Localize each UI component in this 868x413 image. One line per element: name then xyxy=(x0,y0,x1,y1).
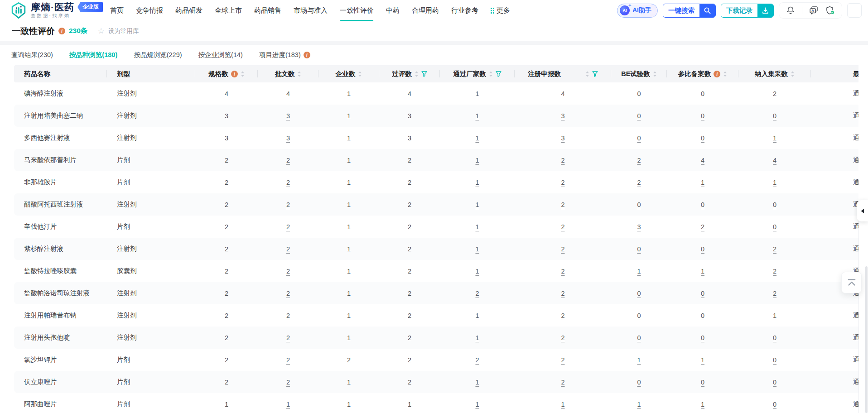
column-header-8[interactable]: BE试验数 xyxy=(611,65,667,82)
nav-item-6[interactable]: 一致性评价 xyxy=(340,0,374,21)
tab-1[interactable]: 按品种浏览(180) xyxy=(69,51,117,59)
filter-icon[interactable] xyxy=(496,71,502,77)
sort-icon[interactable] xyxy=(358,71,362,77)
count-link[interactable]: 0 xyxy=(637,334,641,341)
info-icon[interactable]: i xyxy=(231,71,238,77)
nav-item-7[interactable]: 中药 xyxy=(386,0,400,21)
count-link[interactable]: 2 xyxy=(637,179,641,186)
nav-item-8[interactable]: 合理用药 xyxy=(412,0,439,21)
brand[interactable]: 摩熵·医药 企业版 查数据·找摩熵 xyxy=(10,2,103,19)
count-link[interactable]: 0 xyxy=(773,201,776,208)
count-link[interactable]: 4 xyxy=(561,90,564,97)
sort-icon[interactable] xyxy=(653,71,657,77)
title-info-icon[interactable]: i xyxy=(58,28,65,34)
count-link[interactable]: 1 xyxy=(475,268,479,275)
tab-4[interactable]: 项目进度(183)i xyxy=(259,51,310,59)
count-link[interactable]: 0 xyxy=(637,112,641,120)
count-link[interactable]: 0 xyxy=(773,356,776,364)
count-link[interactable]: 0 xyxy=(773,401,776,408)
download-icon[interactable] xyxy=(757,4,773,17)
count-link[interactable]: 2 xyxy=(561,290,564,297)
count-link[interactable]: 0 xyxy=(701,290,704,297)
count-link[interactable]: 1 xyxy=(475,201,479,208)
count-link[interactable]: 0 xyxy=(637,290,641,297)
translate-chat-icon[interactable]: A xyxy=(809,6,819,15)
favorite-star-icon[interactable]: ☆ xyxy=(97,27,104,35)
nav-item-1[interactable]: 竞争情报 xyxy=(136,0,163,21)
column-header-2[interactable]: 规格数i xyxy=(195,65,258,82)
count-link[interactable]: 0 xyxy=(701,90,704,97)
tab-3[interactable]: 按企业浏览(14) xyxy=(198,51,243,59)
sort-icon[interactable] xyxy=(791,71,795,77)
security-shield-icon[interactable] xyxy=(825,6,835,15)
notification-bell-icon[interactable] xyxy=(786,6,795,15)
scrollbar-thumb[interactable] xyxy=(865,266,868,413)
sort-icon[interactable] xyxy=(415,71,419,77)
count-link[interactable]: 3 xyxy=(286,112,290,120)
count-link[interactable]: 1 xyxy=(286,401,290,408)
count-link[interactable]: 2 xyxy=(561,179,564,186)
count-link[interactable]: 0 xyxy=(701,312,704,319)
sort-icon[interactable] xyxy=(489,71,493,77)
column-header-5[interactable]: 过评数 xyxy=(379,65,440,82)
tab-2[interactable]: 按品规浏览(229) xyxy=(134,51,182,59)
count-link[interactable]: 1 xyxy=(475,179,479,186)
panel-collapse-handle[interactable] xyxy=(857,200,868,221)
count-link[interactable]: 2 xyxy=(561,223,564,231)
count-link[interactable]: 2 xyxy=(286,179,290,186)
count-link[interactable]: 0 xyxy=(637,201,641,208)
count-link[interactable]: 1 xyxy=(475,223,479,231)
count-link[interactable]: 1 xyxy=(701,401,704,408)
count-link[interactable]: 0 xyxy=(701,379,704,386)
nav-item-5[interactable]: 市场与准入 xyxy=(294,0,328,21)
count-link[interactable]: 3 xyxy=(286,134,290,142)
count-link[interactable]: 2 xyxy=(561,356,564,364)
column-header-4[interactable]: 企业数 xyxy=(318,65,379,82)
count-link[interactable]: 1 xyxy=(475,401,479,408)
sort-icon[interactable] xyxy=(723,71,727,77)
count-link[interactable]: 2 xyxy=(773,268,776,275)
count-link[interactable]: 2 xyxy=(286,356,290,364)
set-favorite-label[interactable]: 设为常用库 xyxy=(108,27,139,35)
count-link[interactable]: 2 xyxy=(286,312,290,319)
count-link[interactable]: 1 xyxy=(773,134,776,142)
count-link[interactable]: 1 xyxy=(475,90,479,97)
count-link[interactable]: 2 xyxy=(561,379,564,386)
nav-item-9[interactable]: 行业参考 xyxy=(451,0,478,21)
column-header-7[interactable]: 注册申报数 xyxy=(515,65,611,82)
count-link[interactable]: 2 xyxy=(561,201,564,208)
nav-item-4[interactable]: 药品销售 xyxy=(254,0,281,21)
count-link[interactable]: 1 xyxy=(701,268,704,275)
count-link[interactable]: 2 xyxy=(286,245,290,253)
count-link[interactable]: 0 xyxy=(637,379,641,386)
count-link[interactable]: 0 xyxy=(773,334,776,341)
count-link[interactable]: 0 xyxy=(637,312,641,319)
count-link[interactable]: 1 xyxy=(475,312,479,319)
nav-item-10[interactable]: 更多 xyxy=(491,0,510,21)
nav-item-3[interactable]: 全球上市 xyxy=(215,0,242,21)
sort-icon[interactable] xyxy=(241,71,245,77)
count-link[interactable]: 2 xyxy=(286,201,290,208)
count-link[interactable]: 0 xyxy=(701,112,704,120)
filter-icon[interactable] xyxy=(592,71,598,77)
count-link[interactable]: 2 xyxy=(701,223,704,231)
count-link[interactable]: 2 xyxy=(773,90,776,97)
count-link[interactable]: 4 xyxy=(773,157,776,164)
count-link[interactable]: 0 xyxy=(773,379,776,386)
avatar-placeholder[interactable] xyxy=(847,3,862,18)
count-link[interactable]: 0 xyxy=(701,334,704,341)
count-link[interactable]: 2 xyxy=(286,157,290,164)
sort-icon[interactable] xyxy=(297,71,301,77)
count-link[interactable]: 2 xyxy=(561,245,564,253)
count-link[interactable]: 1 xyxy=(475,334,479,341)
count-link[interactable]: 1 xyxy=(773,179,776,186)
count-link[interactable]: 2 xyxy=(561,157,564,164)
count-link[interactable]: 2 xyxy=(475,356,479,364)
count-link[interactable]: 0 xyxy=(701,134,704,142)
count-link[interactable]: 1 xyxy=(701,179,704,186)
info-icon[interactable]: i xyxy=(304,52,310,58)
count-link[interactable]: 1 xyxy=(475,112,479,120)
count-link[interactable]: 2 xyxy=(286,223,290,231)
count-link[interactable]: 1 xyxy=(475,134,479,142)
count-link[interactable]: 0 xyxy=(701,201,704,208)
